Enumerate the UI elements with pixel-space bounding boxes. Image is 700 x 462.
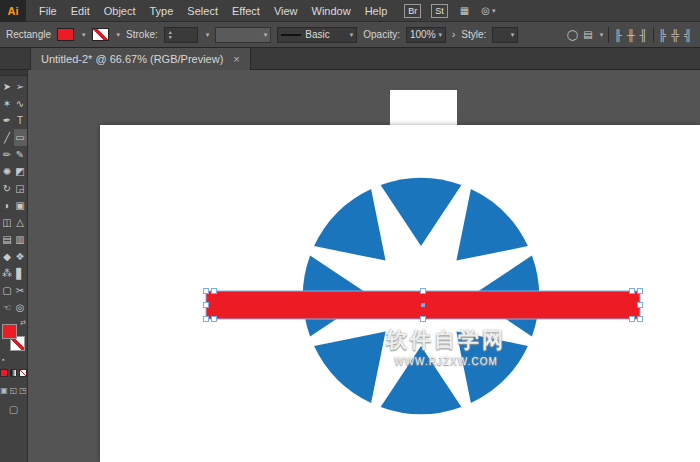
tool-mesh[interactable]: ▤ [1, 231, 14, 248]
align-left-icon[interactable]: ╟ [614, 29, 622, 41]
tool-rectangle[interactable]: ▭ [14, 129, 27, 146]
selection-handle[interactable] [204, 303, 209, 308]
stroke-color-swatch[interactable] [92, 28, 109, 41]
tool-column-graph[interactable]: ▋ [14, 265, 27, 282]
tool-blob-brush[interactable]: ✺ [1, 163, 14, 180]
draw-inside-icon[interactable]: ◳ [19, 386, 27, 395]
tool-gradient[interactable]: ▥ [14, 231, 27, 248]
fill-color-swatch[interactable] [57, 28, 74, 41]
tool-paintbrush[interactable]: ✏ [1, 146, 14, 163]
brush-definition-dropdown[interactable]: Basic ▾ [277, 27, 357, 43]
opacity-label: Opacity: [363, 29, 400, 40]
menu-type[interactable]: Type [143, 0, 181, 22]
selection-handle[interactable] [638, 303, 643, 308]
tool-slice[interactable]: ✂ [14, 282, 27, 299]
tool-hand[interactable]: ☜ [1, 299, 14, 316]
align-bottom-icon[interactable]: ╣ [684, 29, 692, 41]
selection-handle[interactable] [204, 289, 209, 294]
selection-handle[interactable] [630, 317, 635, 322]
opacity-options-chevron[interactable]: › [452, 29, 455, 40]
selection-handle[interactable] [630, 289, 635, 294]
menu-object[interactable]: Object [97, 0, 143, 22]
menu-help[interactable]: Help [358, 0, 395, 22]
stepper-down-icon[interactable]: ▼ [168, 35, 173, 40]
align-middle-icon[interactable]: ╬ [671, 29, 679, 41]
search-icon[interactable]: ◎ [481, 5, 490, 16]
tool-zoom[interactable]: ◎ [14, 299, 27, 316]
screen-mode-button[interactable]: ▢ [0, 404, 27, 415]
blue-wheel-segment[interactable] [456, 189, 528, 261]
tool-shape-builder[interactable]: ◫ [1, 214, 14, 231]
selection-handle[interactable] [638, 289, 643, 294]
menu-file[interactable]: File [32, 0, 64, 22]
stock-button[interactable]: St [431, 4, 448, 18]
stroke-caret-icon[interactable]: ▾ [117, 31, 121, 39]
opacity-field[interactable]: 100% ▾ [406, 27, 446, 43]
draw-normal-icon[interactable]: ▣ [0, 386, 8, 395]
swap-fill-stroke-icon[interactable]: ⇄ [20, 319, 26, 327]
search-caret-icon[interactable]: ▾ [492, 7, 496, 15]
menu-view[interactable]: View [267, 0, 305, 22]
default-fill-stroke-icon[interactable]: ▪ [2, 356, 4, 363]
brush-caret-icon: ▾ [350, 31, 354, 39]
selection-handle[interactable] [212, 289, 217, 294]
tool-rotate[interactable]: ↻ [1, 180, 14, 197]
tool-symbol-sprayer[interactable]: ⁂ [1, 265, 14, 282]
document-options-icon[interactable]: ▤ [583, 29, 592, 40]
tool-eyedropper[interactable]: ◆ [1, 248, 14, 265]
selection-handle[interactable] [212, 317, 217, 322]
canvas-artwork [28, 70, 700, 462]
selection-handle[interactable] [421, 289, 426, 294]
tool-lasso[interactable]: ∿ [14, 95, 27, 112]
document-options-caret-icon[interactable]: ▾ [600, 31, 604, 39]
tool-blend[interactable]: ❖ [14, 248, 27, 265]
blue-wheel-segment[interactable] [381, 178, 462, 246]
workspace-switcher-icon[interactable]: ▦ [460, 5, 469, 16]
fill-caret-icon[interactable]: ▾ [82, 31, 86, 39]
stroke-stepper[interactable]: ▲ ▼ [168, 30, 173, 40]
tool-magic-wand[interactable]: ✶ [1, 95, 14, 112]
color-mode-row [0, 369, 27, 377]
blue-wheel-segment[interactable] [314, 189, 386, 261]
color-button[interactable] [0, 369, 8, 377]
tool-free-transform[interactable]: ▣ [14, 197, 27, 214]
menu-effect[interactable]: Effect [225, 0, 267, 22]
tool-line-segment[interactable]: ╱ [1, 129, 14, 146]
menu-window[interactable]: Window [305, 0, 358, 22]
tool-width[interactable]: ◗ [1, 197, 14, 214]
menu-select[interactable]: Select [180, 0, 225, 22]
variable-width-dropdown[interactable]: ▾ [215, 27, 271, 43]
tool-direct-selection[interactable]: ➢ [14, 78, 27, 95]
none-button[interactable] [19, 369, 27, 377]
opacity-value[interactable]: 100% [410, 29, 436, 40]
tool-pencil[interactable]: ✎ [14, 146, 27, 163]
tool-perspective-grid[interactable]: △ [14, 214, 27, 231]
align-right-icon[interactable]: ╢ [640, 29, 648, 41]
tab-close-icon[interactable]: × [233, 53, 239, 65]
bridge-button[interactable]: Br [404, 4, 421, 18]
tool-selection[interactable]: ➤ [1, 78, 14, 95]
stroke-weight-caret-icon[interactable]: ▾ [206, 31, 210, 39]
tool-artboard[interactable]: ▢ [1, 282, 14, 299]
align-top-icon[interactable]: ╠ [659, 29, 667, 41]
menu-edit[interactable]: Edit [64, 0, 97, 22]
tools-panel: ➤ ➢ ✶ ∿ ✒ T ╱ ▭ ✏ ✎ ✺ ◩ ↻ ◲ ◗ ▣ ◫ △ ▤ ▥ … [0, 70, 28, 462]
style-dropdown[interactable]: ▾ [492, 27, 518, 43]
align-center-icon[interactable]: ╫ [627, 29, 635, 41]
gradient-button[interactable] [10, 369, 18, 377]
selection-handle[interactable] [204, 317, 209, 322]
tool-scale[interactable]: ◲ [14, 180, 27, 197]
selection-handle[interactable] [421, 317, 426, 322]
stroke-weight-field[interactable]: ▲ ▼ [164, 27, 198, 43]
draw-behind-icon[interactable]: ◱ [10, 386, 18, 395]
variable-width-caret-icon: ▾ [264, 31, 268, 39]
document-setup-circle-icon[interactable]: ◯ [567, 29, 578, 40]
tool-eraser[interactable]: ◩ [14, 163, 27, 180]
tool-type[interactable]: T [14, 112, 27, 129]
fill-swatch[interactable] [2, 324, 17, 339]
tool-pen[interactable]: ✒ [1, 112, 14, 129]
document-tab[interactable]: Untitled-2* @ 66.67% (RGB/Preview) × [30, 48, 251, 70]
selection-handle[interactable] [638, 317, 643, 322]
canvas-area[interactable]: 软件自学网 WWW.RJZXW.COM [28, 70, 700, 462]
center-point-indicator [421, 303, 425, 307]
